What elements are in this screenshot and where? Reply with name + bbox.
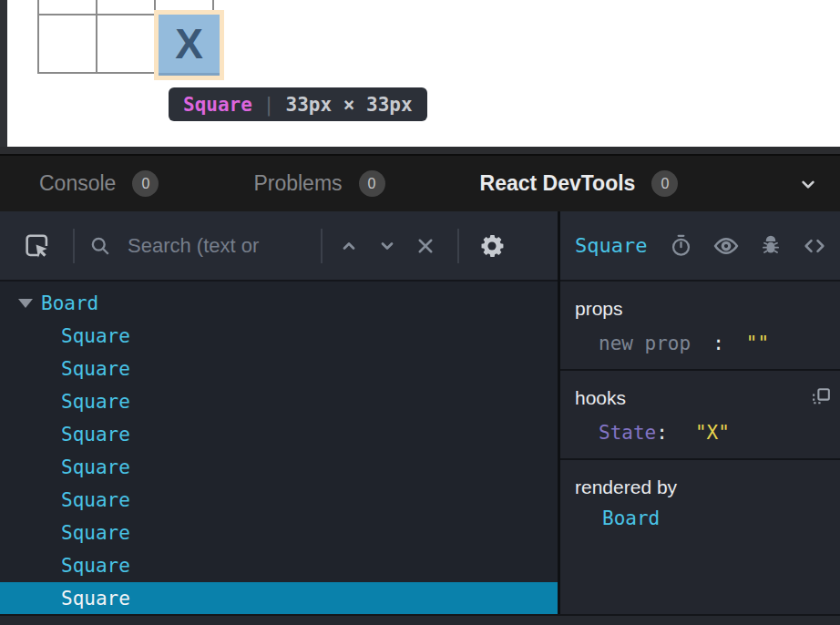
components-tree-panel: Board Square Square Square Square Square…: [0, 211, 558, 625]
chevron-down-icon[interactable]: [796, 172, 820, 196]
toolbar-separator: [457, 229, 459, 263]
tab-console-label: Console: [39, 171, 116, 196]
horizontal-scrollbar-track[interactable]: [0, 614, 840, 625]
toolbar-separator: [73, 229, 75, 263]
tooltip-separator: |: [263, 94, 275, 116]
inspect-highlight-square[interactable]: X: [159, 15, 220, 76]
tree-row-square[interactable]: Square: [0, 484, 558, 517]
tree-row-square[interactable]: Square: [0, 517, 558, 549]
parse-hook-names-icon[interactable]: [810, 385, 833, 412]
component-name: Square: [61, 489, 130, 511]
component-name: Square: [61, 325, 130, 347]
tooltip-component-name: Square: [183, 94, 252, 116]
page-left-edge: [0, 0, 7, 147]
inspect-highlight-padding: X: [154, 10, 224, 80]
selected-component-title: Square: [575, 234, 647, 257]
tree-row-square[interactable]: Square: [0, 451, 558, 484]
expander-icon[interactable]: [18, 299, 33, 308]
new-prop-name-input[interactable]: new prop: [599, 333, 691, 354]
drawer-resize-handle[interactable]: [0, 147, 840, 154]
drawer-tab-bar: Console 0 Problems 0 React DevTools 0: [0, 156, 840, 211]
tree-toolbar: [0, 211, 558, 282]
browser-viewport: X Square | 33px × 33px Console 0 Problem…: [0, 0, 840, 625]
component-tree: Board Square Square Square Square Square…: [0, 282, 558, 615]
props-header: props: [575, 298, 840, 320]
rendered-by-header: rendered by: [575, 476, 840, 498]
component-name: Square: [61, 588, 130, 610]
new-prop-row[interactable]: new prop : "": [575, 333, 840, 354]
tree-row-square[interactable]: Square: [0, 353, 558, 385]
colon: :: [656, 422, 668, 444]
tree-row-board[interactable]: Board: [0, 287, 558, 320]
tab-react-devtools-label: React DevTools: [480, 171, 636, 196]
stopwatch-icon[interactable]: [669, 233, 693, 258]
page-content: X Square | 33px × 33px: [0, 0, 840, 147]
props-section: props new prop : "": [560, 282, 840, 371]
board-cell[interactable]: [97, 15, 156, 74]
chevron-down-icon[interactable]: [374, 232, 401, 260]
toolbar-separator: [321, 229, 323, 263]
bug-icon[interactable]: [759, 234, 783, 258]
new-prop-value-input[interactable]: "": [746, 333, 769, 354]
hook-value-input[interactable]: "X": [695, 422, 730, 444]
tab-react-devtools[interactable]: React DevTools 0: [433, 156, 726, 211]
chevron-up-icon[interactable]: [335, 232, 363, 260]
select-element-icon[interactable]: [22, 231, 53, 261]
gear-icon[interactable]: [477, 231, 507, 261]
tab-problems-label: Problems: [253, 171, 342, 196]
component-name: Square: [61, 391, 130, 413]
search-input[interactable]: [128, 234, 321, 258]
component-name: Square: [61, 358, 130, 380]
tab-problems[interactable]: Problems 0: [206, 156, 432, 211]
react-devtools-panel: Board Square Square Square Square Square…: [0, 211, 840, 625]
eye-icon[interactable]: [712, 232, 740, 260]
component-name: Square: [61, 456, 130, 478]
close-icon[interactable]: [412, 232, 439, 260]
component-details-panel: Square: [560, 211, 840, 625]
board-cell[interactable]: [97, 0, 156, 15]
rendered-by-section: rendered by Board: [560, 460, 840, 544]
tree-row-square[interactable]: Square: [0, 385, 558, 418]
tab-console-badge: 0: [132, 170, 159, 197]
tooltip-dimensions: 33px × 33px: [286, 94, 413, 116]
tab-react-devtools-badge: 0: [651, 170, 678, 197]
component-name: Square: [61, 555, 130, 577]
details-toolbar: Square: [560, 211, 840, 282]
tree-row-square[interactable]: Square: [0, 549, 558, 582]
board-cell[interactable]: [39, 15, 97, 74]
search-icon: [87, 233, 113, 259]
component-name: Board: [41, 292, 98, 314]
tree-row-square[interactable]: Square: [0, 418, 558, 451]
tree-row-square[interactable]: Square: [0, 320, 558, 353]
code-brackets-icon[interactable]: [802, 233, 827, 259]
tab-problems-badge: 0: [359, 170, 385, 197]
hooks-header: hooks: [575, 387, 840, 409]
hooks-section: hooks State : "X": [560, 371, 840, 460]
owner-link-board[interactable]: Board: [575, 507, 840, 529]
tab-console[interactable]: Console 0: [39, 156, 206, 211]
state-hook-row: State : "X": [575, 422, 840, 444]
hook-name: State: [599, 422, 656, 444]
board-cell[interactable]: [39, 0, 97, 15]
colon: :: [712, 333, 724, 354]
component-name: Square: [61, 424, 130, 446]
tree-row-square-selected[interactable]: Square: [0, 582, 558, 615]
inspect-tooltip: Square | 33px × 33px: [169, 87, 427, 121]
component-name: Square: [61, 522, 130, 544]
